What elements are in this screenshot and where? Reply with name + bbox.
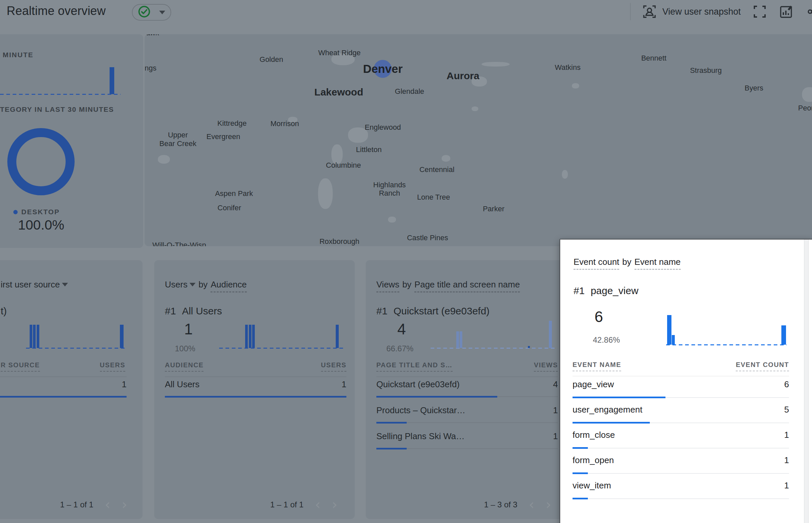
chart-edit-icon [779, 4, 794, 19]
chart-bar [37, 325, 39, 348]
row-label: user_engagement [572, 404, 642, 415]
table-row: form_close1 [572, 429, 789, 454]
top-percentage: 66.67% [386, 344, 413, 353]
card-dimension-link[interactable]: Audience [210, 279, 246, 292]
card-mini-chart [666, 316, 787, 345]
scrollbar[interactable] [804, 239, 809, 523]
next-page-icon[interactable]: › [546, 500, 551, 510]
column-header[interactable]: AUDIENCE [165, 361, 204, 372]
map-terrain-patch [442, 155, 450, 162]
map-city-label: awk [146, 34, 159, 37]
edit-chart-button[interactable] [779, 4, 794, 19]
status-dropdown[interactable] [132, 4, 171, 21]
share-button[interactable] [806, 4, 812, 19]
chart-bar [33, 325, 36, 348]
view-user-snapshot-label: View user snapshot [662, 7, 741, 17]
row-value: 1 [553, 405, 558, 416]
map-city-label: Highlands Ranch [373, 181, 406, 198]
table-row: user_engagement5 [572, 404, 789, 429]
row-progress-bar [0, 396, 126, 398]
view-user-snapshot-button[interactable]: View user snapshot [642, 4, 741, 19]
next-page-icon[interactable]: › [122, 500, 127, 510]
card-title-by: by [622, 257, 631, 267]
row-progress-bar [572, 498, 789, 499]
row-progress-bar [165, 396, 346, 398]
map-terrain-patch [318, 178, 333, 209]
column-header[interactable]: VIEWS [534, 361, 558, 372]
chart-baseline [666, 344, 787, 345]
column-header[interactable]: EVENT NAME [572, 361, 621, 371]
pagination: 1 – 1 of 1 ‹ › [60, 500, 127, 510]
map-city-label: Watkins [555, 63, 581, 72]
device-category-label: TEGORY IN LAST 30 MINUTES [0, 106, 114, 113]
chevron-down-icon[interactable] [190, 283, 195, 286]
top-percentage: 42.86% [593, 335, 620, 345]
column-header[interactable]: USERS [321, 361, 346, 372]
map-terrain-patch [388, 217, 396, 222]
chart-baseline [0, 94, 121, 95]
table-row: 1 [0, 379, 126, 404]
map-city-label: Kittredge [217, 120, 246, 128]
map-city-label: Denver [363, 62, 403, 75]
map-city-label: Bennett [641, 54, 667, 62]
map-city-label: Aspen Park [215, 189, 253, 198]
map-city-label: Englewood [365, 123, 401, 132]
pagination-label: 1 – 1 of 1 [60, 500, 93, 509]
fullscreen-button[interactable] [753, 5, 767, 19]
map-terrain-patch [572, 83, 579, 89]
top-value: 4 [397, 320, 406, 338]
next-page-icon[interactable]: › [332, 500, 338, 510]
pagination-label: 1 – 1 of 1 [270, 500, 304, 509]
map-terrain-patch [482, 62, 509, 67]
chevron-down-icon[interactable] [62, 283, 68, 286]
card-metric-link[interactable]: Event count [573, 257, 619, 270]
header-actions: View user snapshot [630, 0, 812, 23]
pagination: 1 – 1 of 1 ‹ › [270, 500, 338, 510]
row-label: view_item [572, 481, 611, 491]
card-metric-link[interactable]: Views [376, 279, 399, 292]
column-header[interactable]: EVENT COUNT [736, 361, 789, 371]
map-city-label: Centennial [419, 165, 454, 174]
row-value: 4 [553, 379, 558, 390]
check-circle-icon [138, 5, 151, 19]
prev-page-icon[interactable]: ‹ [105, 500, 110, 510]
legend-label: DESKTOP [21, 208, 59, 216]
table-row: view_item1 [572, 480, 789, 505]
chart-bar [549, 321, 552, 348]
card-mini-chart [431, 317, 557, 349]
chart-baseline [219, 348, 346, 349]
prev-page-icon[interactable]: ‹ [315, 500, 321, 510]
map-city-label: Upper Bear Creek [159, 131, 196, 148]
card-event-count-by-event-name: Event count by Event name #1 page_view 6… [559, 239, 812, 523]
table-row: Quickstart (e9e03efd)4 [376, 379, 558, 404]
column-header[interactable]: PAGE TITLE AND S… [376, 361, 453, 372]
map-terrain-patch [802, 87, 812, 102]
realtime-geo-map[interactable]: awkngsGoldenWheat RidgeDenverAuroraLakew… [144, 34, 812, 246]
chart-bar [672, 335, 675, 345]
card-dimension-link[interactable]: Event name [635, 257, 681, 270]
card-metric[interactable]: Users [165, 279, 188, 290]
map-city-label: Morrison [271, 120, 299, 128]
rank-number: #1 [165, 305, 176, 317]
chart-baseline [431, 348, 557, 349]
row-value: 6 [784, 379, 789, 390]
card-first-user-source: irst user source t) R SOURCE USERS 1 1 –… [0, 260, 142, 519]
divider [630, 3, 630, 20]
prev-page-icon[interactable]: ‹ [529, 500, 534, 510]
users-per-minute-card: MINUTE TEGORY IN LAST 30 MINUTES DESKTOP… [0, 34, 143, 248]
chart-bar [528, 346, 530, 348]
chart-bar [781, 325, 786, 345]
row-value: 1 [784, 455, 789, 466]
column-header[interactable]: USERS [100, 361, 125, 372]
map-city-label: Aurora [447, 70, 479, 82]
desktop-percentage: 100.0% [18, 217, 64, 233]
card-title-by: by [402, 279, 411, 290]
row-value: 1 [553, 431, 558, 441]
column-header[interactable]: R SOURCE [1, 361, 40, 372]
card-dimension-link[interactable]: Page title and screen name [414, 279, 520, 292]
map-city-label: Peori [798, 104, 812, 112]
card-table: All Users1 [165, 379, 346, 404]
chart-bar [456, 331, 459, 348]
top-value: 1 [184, 320, 193, 338]
map-city-label: Will-O-The-Wisp [153, 241, 206, 246]
